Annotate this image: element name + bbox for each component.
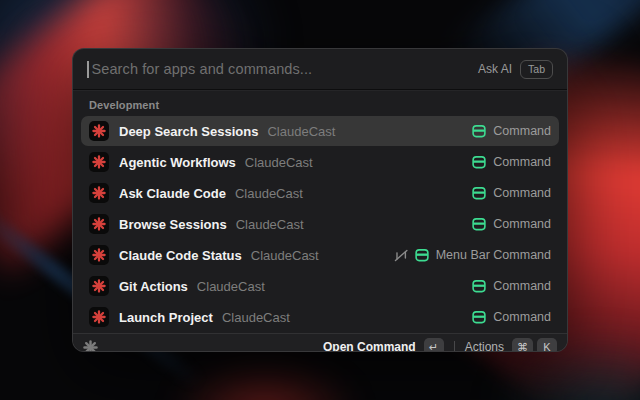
menu-bar-hidden-icon — [394, 248, 408, 262]
claude-starburst-icon — [89, 276, 109, 296]
command-type-label: Command — [493, 217, 551, 231]
footer-divider — [454, 341, 455, 353]
k-key-badge: K — [537, 338, 557, 352]
command-title: Deep Search Sessions — [119, 124, 258, 139]
enter-key-badge: ↵ — [424, 338, 444, 352]
list-item-ask-claude-code[interactable]: Ask Claude Code ClaudeCast Command — [81, 178, 559, 208]
search-input[interactable]: Search for apps and commands... Ask AI T… — [73, 49, 567, 90]
terminal-window-icon — [472, 124, 486, 138]
list-item-agentic-workflows[interactable]: Agentic Workflows ClaudeCast Command — [81, 147, 559, 177]
command-subtitle: ClaudeCast — [245, 155, 313, 170]
open-command-button[interactable]: Open Command — [323, 340, 416, 352]
command-type-label: Command — [493, 279, 551, 293]
command-title: Agentic Workflows — [119, 155, 236, 170]
command-title: Ask Claude Code — [119, 186, 226, 201]
command-type-label: Command — [493, 155, 551, 169]
section-header: Development — [73, 90, 567, 116]
claude-starburst-icon — [89, 245, 109, 265]
cmd-key-badge: ⌘ — [512, 338, 533, 352]
command-title: Launch Project — [119, 310, 213, 325]
command-type-label: Command — [493, 186, 551, 200]
command-title: Claude Code Status — [119, 248, 242, 263]
action-bar: Open Command ↵ Actions ⌘ K — [73, 333, 567, 352]
actions-button[interactable]: Actions — [465, 340, 504, 352]
command-title: Browse Sessions — [119, 217, 227, 232]
command-type-label: Command — [493, 310, 551, 324]
command-type-label: Command — [493, 124, 551, 138]
command-subtitle: ClaudeCast — [236, 217, 304, 232]
terminal-window-icon — [472, 279, 486, 293]
command-palette-window: Search for apps and commands... Ask AI T… — [72, 48, 568, 352]
command-subtitle: ClaudeCast — [197, 279, 265, 294]
ask-ai-label[interactable]: Ask AI — [478, 62, 512, 76]
command-subtitle: ClaudeCast — [222, 310, 290, 325]
command-type-label: Menu Bar Command — [436, 248, 551, 262]
claude-starburst-icon-gray — [83, 340, 98, 353]
text-caret — [87, 61, 89, 78]
command-subtitle: ClaudeCast — [251, 248, 319, 263]
terminal-window-icon — [472, 217, 486, 231]
terminal-window-icon — [415, 248, 429, 262]
list-item-launch-project[interactable]: Launch Project ClaudeCast Command — [81, 302, 559, 332]
list-item-deep-search-sessions[interactable]: Deep Search Sessions ClaudeCast Command — [81, 116, 559, 146]
terminal-window-icon — [472, 155, 486, 169]
claude-starburst-icon — [89, 152, 109, 172]
claude-starburst-icon — [89, 307, 109, 327]
list-item-git-actions[interactable]: Git Actions ClaudeCast Command — [81, 271, 559, 301]
search-placeholder: Search for apps and commands... — [92, 61, 479, 77]
terminal-window-icon — [472, 186, 486, 200]
list-item-claude-code-status[interactable]: Claude Code Status ClaudeCast Menu Bar C… — [81, 240, 559, 270]
claude-starburst-icon — [89, 121, 109, 141]
list-item-browse-sessions[interactable]: Browse Sessions ClaudeCast Command — [81, 209, 559, 239]
terminal-window-icon — [472, 310, 486, 324]
claude-starburst-icon — [89, 214, 109, 234]
command-subtitle: ClaudeCast — [235, 186, 303, 201]
command-list: Deep Search Sessions ClaudeCast Command … — [73, 116, 567, 333]
command-title: Git Actions — [119, 279, 188, 294]
command-subtitle: ClaudeCast — [267, 124, 335, 139]
claude-starburst-icon — [89, 183, 109, 203]
tab-key-badge: Tab — [520, 60, 553, 79]
